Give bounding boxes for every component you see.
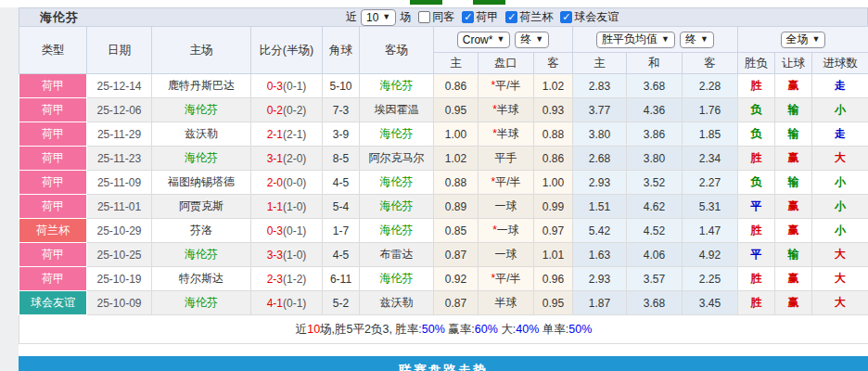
table-row: 荷甲 25-12-06 海伦芬 0-2(0-2) 7-3 埃因霍温 0.95 *… <box>19 98 868 122</box>
bookmaker-stage-select[interactable]: 终▼ <box>515 32 549 48</box>
col-header-corner: 角球 <box>323 27 360 74</box>
europe-away-odds: 1.47 <box>683 219 738 243</box>
goals-result-mark: 小 <box>812 219 868 243</box>
chevron-down-icon: ▼ <box>661 35 670 44</box>
europe-home-odds: 1.51 <box>573 195 627 219</box>
europe-draw-odds: 3.57 <box>627 267 683 291</box>
home-team: 福图纳锡塔德 <box>152 171 251 195</box>
match-history-table: 类型 日期 主场 比分(半场) 角球 客场 Crow*▼ 终▼ 胜平负均 <box>19 26 868 344</box>
section-header-bar: 联赛盘路走势 <box>19 356 868 371</box>
chevron-down-icon: ▼ <box>382 13 390 21</box>
league-filter-checkbox[interactable] <box>462 11 474 23</box>
away-team: 阿尔克马尔 <box>360 147 434 171</box>
home-team: 海伦芬 <box>152 98 251 122</box>
table-row: 荷甲 25-11-29 兹沃勒 2-1(2-1) 3-9 海伦芬 1.00 *半… <box>19 122 868 147</box>
europe-home-odds: 3.77 <box>573 98 627 122</box>
match-type-badge: 荷甲 <box>19 171 87 195</box>
away-team: 海伦芬 <box>360 171 434 195</box>
europe-away-odds: 2.28 <box>683 74 738 98</box>
panel-bottom-gap <box>19 344 868 356</box>
europe-odds-select[interactable]: 胜平负均值▼ <box>596 32 675 48</box>
score-cell: 2-3(1-2) <box>251 267 323 291</box>
match-date: 25-11-01 <box>87 195 152 219</box>
summary-text: 近10场,胜5平2负3, 胜率:50% 赢率:60% 大:40% 单率:50% <box>296 323 593 336</box>
corner-score: 4-5 <box>323 243 360 267</box>
handicap-result-mark: 输 <box>775 122 812 147</box>
friendly-filter-checkbox[interactable] <box>560 11 572 23</box>
europe-home-odds: 1.87 <box>573 291 627 315</box>
unit-label: 场 <box>400 9 411 25</box>
goals-result-mark: 走 <box>812 122 868 147</box>
asian-away-odds: 0.86 <box>534 147 573 171</box>
scope-select[interactable]: 全场▼ <box>781 32 826 48</box>
handicap-result-mark: 输 <box>775 243 812 267</box>
corner-score: 6-11 <box>323 267 360 291</box>
corner-score: 5-2 <box>323 291 360 315</box>
europe-away-odds: 5.31 <box>683 195 738 219</box>
match-result-mark: 负 <box>738 171 775 195</box>
col-header-home: 主场 <box>152 27 251 74</box>
cup-filter-checkbox[interactable] <box>505 11 517 23</box>
match-result-mark: 胜 <box>738 74 775 98</box>
asian-handicap-line: *平/半 <box>479 171 534 195</box>
asian-home-odds: 1.00 <box>434 122 479 147</box>
recent-count-select[interactable]: 10▼ <box>361 9 396 26</box>
corner-score: 7-3 <box>323 98 360 122</box>
asian-home-odds: 0.95 <box>434 98 479 122</box>
match-date: 25-10-19 <box>87 267 152 291</box>
league-filter-label: 荷甲 <box>476 9 498 25</box>
asian-home-odds: 0.92 <box>434 267 479 291</box>
bookmaker-select[interactable]: Crow*▼ <box>457 32 511 48</box>
cutoff-green-button-fragment <box>410 0 442 5</box>
europe-home-odds: 5.42 <box>573 219 627 243</box>
goals-result-mark: 小 <box>812 195 868 219</box>
chevron-down-icon: ▼ <box>535 35 543 44</box>
same-opponent-checkbox[interactable] <box>418 11 430 23</box>
score-cell: 1-1(1-0) <box>251 195 323 219</box>
score-cell: 4-1(0-1) <box>251 291 323 315</box>
europe-draw-odds: 3.52 <box>627 171 683 195</box>
table-row: 荷甲 25-11-23 海伦芬 3-1(2-0) 8-5 阿尔克马尔 1.02 … <box>19 147 868 171</box>
home-team: 鹿特丹斯巴达 <box>152 74 251 98</box>
match-type-badge: 荷甲 <box>19 195 87 219</box>
europe-home-odds: 3.80 <box>573 122 627 147</box>
away-team: 布雷达 <box>360 243 434 267</box>
corner-score: 4-5 <box>323 171 360 195</box>
table-row: 球会友谊 25-10-09 海伦芬 4-1(0-1) 5-2 兹沃勒 0.87 … <box>19 291 868 315</box>
corner-score: 3-9 <box>323 122 360 147</box>
recent-label: 近 <box>346 9 357 25</box>
asian-away-odds: 0.99 <box>534 195 573 219</box>
score-cell: 0-3(0-1) <box>251 74 323 98</box>
col-header-ah-line: 盘口 <box>479 53 534 74</box>
team-history-panel: 海伦芬 近 10▼ 场 同客 荷甲 荷兰杯 球会友谊 <box>19 7 868 356</box>
match-result-mark: 平 <box>738 195 775 219</box>
europe-draw-odds: 3.86 <box>627 122 683 147</box>
goals-result-mark: 大 <box>812 147 868 171</box>
match-date: 25-10-25 <box>87 243 152 267</box>
col-header-eu-draw: 和 <box>627 53 683 74</box>
corner-score: 1-7 <box>323 219 360 243</box>
europe-away-odds: 2.25 <box>683 267 738 291</box>
asian-odds-header-group: Crow*▼ 终▼ <box>434 27 573 53</box>
goals-result-mark: 走 <box>812 74 868 98</box>
result-header-group: 全场▼ <box>738 27 868 53</box>
match-type-badge: 荷甲 <box>19 147 87 171</box>
col-header-result: 胜负 <box>738 53 775 74</box>
europe-draw-odds: 4.52 <box>627 219 683 243</box>
goals-result-mark: 大 <box>812 243 868 267</box>
table-row: 荷甲 25-10-19 特尔斯达 2-3(1-2) 6-11 海伦芬 0.92 … <box>19 267 868 291</box>
handicap-result-mark: 赢 <box>775 74 812 98</box>
away-team: 海伦芬 <box>360 219 434 243</box>
asian-away-odds: 0.96 <box>534 267 573 291</box>
europe-home-odds: 2.93 <box>573 171 627 195</box>
asian-away-odds: 0.93 <box>534 98 573 122</box>
match-result-mark: 胜 <box>738 267 775 291</box>
match-type-badge: 荷甲 <box>19 122 87 147</box>
europe-away-odds: 2.27 <box>683 171 738 195</box>
home-team: 海伦芬 <box>152 147 251 171</box>
europe-odds-header-group: 胜平负均值▼ 终▼ <box>573 27 738 53</box>
handicap-result-mark: 赢 <box>775 267 812 291</box>
europe-away-odds: 1.85 <box>683 122 738 147</box>
europe-stage-select[interactable]: 终▼ <box>680 32 714 48</box>
corner-score: 5-4 <box>323 195 360 219</box>
